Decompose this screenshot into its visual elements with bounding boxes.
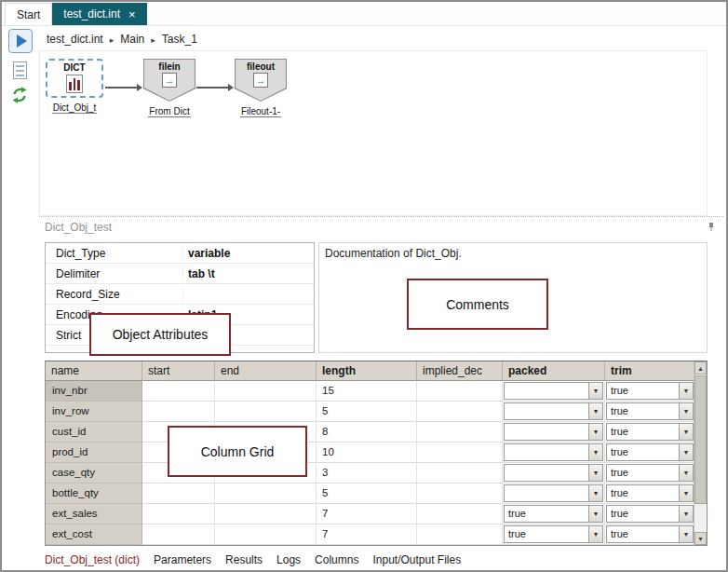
column-header-length[interactable]: length: [317, 361, 417, 381]
row-header-cell[interactable]: ext_cost: [46, 524, 142, 545]
trim-dropdown[interactable]: true▼: [606, 464, 694, 482]
packed-dropdown[interactable]: true▼: [504, 505, 603, 523]
dropdown-arrow-icon[interactable]: ▼: [588, 506, 602, 522]
breadcrumb-item-test-dict-int[interactable]: test_dict.int: [47, 33, 103, 46]
dict-node-box[interactable]: DICT: [46, 59, 103, 98]
implied_dec-cell[interactable]: [417, 443, 503, 463]
trim-dropdown[interactable]: true▼: [606, 423, 694, 441]
start-cell[interactable]: [142, 524, 215, 545]
row-header-cell[interactable]: inv_row: [46, 402, 142, 422]
column-header-implied-dec[interactable]: implied_dec: [417, 361, 503, 381]
start-cell[interactable]: [142, 402, 215, 422]
length-cell[interactable]: 5: [317, 402, 417, 422]
tab-test-dict-int[interactable]: test_dict.int ×: [52, 3, 146, 25]
trim-dropdown[interactable]: true▼: [606, 505, 694, 523]
bottom-tab-columns[interactable]: Columns: [315, 553, 358, 566]
attribute-value[interactable]: tab \t: [183, 267, 314, 280]
packed-dropdown[interactable]: ▼: [504, 443, 603, 461]
end-cell[interactable]: [215, 402, 317, 422]
implied_dec-cell[interactable]: [417, 524, 503, 545]
column-header-name[interactable]: name: [46, 361, 142, 381]
length-cell[interactable]: 7: [317, 504, 417, 524]
node-filein[interactable]: filein → From Dict: [141, 59, 198, 118]
bottom-tab-parameters[interactable]: Parameters: [154, 553, 211, 566]
packed-dropdown[interactable]: ▼: [504, 464, 603, 482]
length-cell[interactable]: 8: [317, 422, 417, 443]
bottom-tab-input-output-files[interactable]: Input/Output Files: [372, 553, 461, 566]
row-header-cell[interactable]: cust_id: [46, 422, 142, 443]
implied_dec-cell[interactable]: [417, 402, 503, 422]
implied_dec-cell[interactable]: [417, 504, 503, 524]
packed-dropdown[interactable]: ▼: [504, 402, 603, 420]
dropdown-arrow-icon[interactable]: ▼: [679, 383, 693, 399]
dropdown-arrow-icon[interactable]: ▼: [679, 424, 693, 440]
grid-scrollbar[interactable]: ▲ ▼: [694, 361, 707, 545]
length-cell[interactable]: 15: [317, 381, 417, 402]
document-icon[interactable]: [13, 61, 27, 79]
length-cell[interactable]: 10: [317, 443, 417, 463]
dropdown-arrow-icon[interactable]: ▼: [679, 485, 693, 501]
implied_dec-cell[interactable]: [417, 422, 503, 443]
dropdown-arrow-icon[interactable]: ▼: [588, 444, 602, 460]
node-dict-obj[interactable]: DICT Dict_Obj_t: [46, 59, 103, 115]
dropdown-arrow-icon[interactable]: ▼: [588, 403, 602, 419]
close-icon[interactable]: ×: [128, 8, 136, 20]
node-fileout[interactable]: fileout → Fileout-1-: [232, 59, 290, 118]
packed-dropdown[interactable]: true▼: [504, 525, 603, 543]
packed-dropdown[interactable]: ▼: [504, 423, 603, 441]
dropdown-arrow-icon[interactable]: ▼: [588, 383, 602, 399]
bottom-tab-logs[interactable]: Logs: [276, 553, 301, 566]
start-cell[interactable]: [142, 483, 215, 504]
packed-dropdown[interactable]: ▼: [504, 484, 603, 502]
node-name-label[interactable]: Fileout-1-: [240, 106, 281, 117]
end-cell[interactable]: [215, 381, 317, 402]
end-cell[interactable]: [215, 504, 317, 524]
pin-icon[interactable]: [707, 222, 716, 232]
attribute-row-dict-type[interactable]: Dict_Typevariable: [46, 243, 314, 264]
dropdown-arrow-icon[interactable]: ▼: [588, 424, 602, 440]
dropdown-arrow-icon[interactable]: ▼: [679, 506, 693, 522]
length-cell[interactable]: 7: [317, 524, 417, 545]
column-header-packed[interactable]: packed: [503, 361, 605, 381]
dropdown-arrow-icon[interactable]: ▼: [588, 526, 602, 542]
start-cell[interactable]: [142, 504, 215, 524]
bottom-tab-results[interactable]: Results: [225, 553, 263, 566]
refresh-icon[interactable]: [10, 86, 29, 104]
end-cell[interactable]: [215, 524, 317, 545]
row-header-cell[interactable]: case_qty: [46, 463, 142, 483]
tab-start[interactable]: Start: [5, 3, 52, 25]
implied_dec-cell[interactable]: [417, 381, 503, 402]
column-header-trim[interactable]: trim: [605, 361, 695, 381]
scroll-up-icon[interactable]: ▲: [694, 361, 707, 375]
dropdown-arrow-icon[interactable]: ▼: [679, 403, 693, 419]
breadcrumb-item-main[interactable]: Main: [120, 33, 144, 46]
row-header-cell[interactable]: inv_nbr: [46, 381, 142, 402]
implied_dec-cell[interactable]: [417, 483, 503, 504]
attribute-row-delimiter[interactable]: Delimitertab \t: [46, 264, 314, 284]
row-header-cell[interactable]: bottle_qty: [46, 483, 142, 504]
trim-dropdown[interactable]: true▼: [606, 382, 694, 400]
dropdown-arrow-icon[interactable]: ▼: [679, 444, 693, 460]
scroll-down-icon[interactable]: ▼: [694, 532, 707, 545]
packed-dropdown[interactable]: ▼: [504, 382, 603, 400]
attribute-value[interactable]: variable: [183, 247, 314, 260]
breadcrumb-item-task-1[interactable]: Task_1: [162, 33, 197, 46]
attribute-row-record-size[interactable]: Record_Size: [46, 284, 314, 305]
trim-dropdown[interactable]: true▼: [606, 525, 694, 543]
row-header-cell[interactable]: prod_id: [46, 443, 142, 463]
dropdown-arrow-icon[interactable]: ▼: [588, 465, 602, 481]
bottom-tab-dict-obj-test-dict[interactable]: Dict_Obj_test (dict): [45, 553, 140, 566]
scrollbar-thumb[interactable]: [694, 375, 707, 504]
dropdown-arrow-icon[interactable]: ▼: [588, 485, 602, 501]
dropdown-arrow-icon[interactable]: ▼: [679, 526, 693, 542]
run-button[interactable]: [8, 29, 33, 53]
end-cell[interactable]: [215, 483, 317, 504]
start-cell[interactable]: [142, 381, 215, 402]
node-name-label[interactable]: Dict_Obj_t: [52, 102, 98, 114]
column-header-start[interactable]: start: [142, 361, 215, 381]
length-cell[interactable]: 5: [317, 483, 417, 504]
implied_dec-cell[interactable]: [417, 463, 503, 483]
node-name-label[interactable]: From Dict: [148, 106, 190, 117]
dropdown-arrow-icon[interactable]: ▼: [679, 465, 693, 481]
row-header-cell[interactable]: ext_sales: [46, 504, 142, 524]
